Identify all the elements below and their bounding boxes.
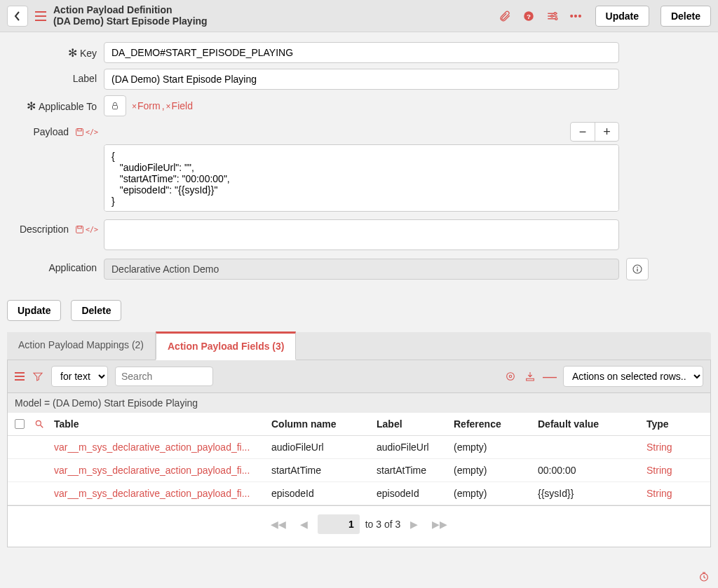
search-icon[interactable]: [34, 419, 54, 429]
header-reference[interactable]: Reference: [454, 418, 538, 430]
header-default-value[interactable]: Default value: [538, 418, 646, 430]
header-column-name[interactable]: Column name: [271, 418, 377, 430]
page-header: Action Payload Definition (DA Demo) Star…: [0, 0, 718, 32]
row-column-name: startAtTime: [271, 465, 377, 476]
svg-point-4: [555, 18, 557, 20]
application-input: [104, 259, 619, 280]
back-button[interactable]: [7, 6, 28, 27]
expand-button[interactable]: +: [595, 123, 618, 141]
application-label: Application: [49, 262, 97, 273]
record-type-title: Action Payload Definition: [53, 4, 492, 16]
help-icon[interactable]: ?: [522, 10, 535, 22]
row-table-link[interactable]: var__m_sys_declarative_action_payload_fi…: [54, 488, 264, 499]
row-type-link[interactable]: String: [646, 465, 672, 476]
row-type-link[interactable]: String: [646, 488, 672, 499]
table-row: var__m_sys_declarative_action_payload_fi…: [8, 436, 710, 459]
row-table-link[interactable]: var__m_sys_declarative_action_payload_fi…: [54, 442, 264, 453]
svg-rect-5: [113, 105, 118, 109]
list-menu-icon[interactable]: [15, 372, 25, 381]
model-breadcrumb: Model = (DA Demo) Start Episode Playing: [7, 393, 711, 413]
code-icon[interactable]: </>: [87, 224, 97, 234]
row-table-link[interactable]: var__m_sys_declarative_action_payload_fi…: [54, 465, 264, 476]
applicable-tag-form[interactable]: ×Form: [132, 100, 161, 111]
filter-icon[interactable]: [32, 370, 44, 383]
payload-label: Payload: [33, 126, 69, 137]
svg-text:?: ?: [527, 12, 531, 20]
table-row: var__m_sys_declarative_action_payload_fi…: [8, 459, 710, 482]
remove-icon[interactable]: —: [543, 370, 556, 383]
delete-button-lower[interactable]: Delete: [71, 300, 121, 321]
more-icon[interactable]: •••: [570, 10, 583, 22]
form-area: ✻Key Label ✻Applicable To ×Form , ×Field: [0, 32, 718, 293]
svg-point-15: [36, 421, 41, 425]
save-icon[interactable]: [74, 224, 84, 234]
row-reference: (empty): [454, 465, 538, 476]
required-icon: ✻: [27, 100, 36, 113]
row-column-name: audioFileUrl: [271, 442, 377, 453]
grid: Table Column name Label Reference Defaul…: [7, 413, 711, 506]
lock-button[interactable]: [104, 95, 126, 116]
table-row: var__m_sys_declarative_action_payload_fi…: [8, 482, 710, 505]
svg-point-2: [554, 12, 556, 14]
required-icon: ✻: [68, 46, 77, 60]
select-all-checkbox[interactable]: [15, 419, 25, 429]
page-number-input[interactable]: [318, 514, 360, 534]
row-type-link[interactable]: String: [646, 442, 672, 453]
applicable-to-label: Applicable To: [39, 101, 97, 112]
label-label: Label: [73, 73, 97, 84]
svg-point-3: [550, 15, 553, 17]
page-prev-button[interactable]: ◀: [296, 517, 312, 531]
page-next-button[interactable]: ▶: [406, 517, 422, 531]
row-reference: (empty): [454, 488, 538, 499]
svg-rect-9: [77, 226, 81, 228]
header-type[interactable]: Type: [646, 418, 703, 430]
row-label: episodeId: [377, 488, 454, 499]
page-first-button[interactable]: ◀◀: [266, 517, 290, 531]
code-icon[interactable]: </>: [87, 127, 97, 137]
row-label: startAtTime: [377, 465, 454, 476]
page-range: to 3 of 3: [365, 519, 401, 530]
settings-icon[interactable]: [546, 10, 559, 22]
record-name-title: (DA Demo) Start Episode Playing: [53, 15, 492, 27]
row-column-name: episodeId: [271, 488, 377, 499]
grid-toolbar: for text — Actions on selected rows...: [7, 360, 711, 393]
actions-select[interactable]: Actions on selected rows...: [563, 366, 703, 387]
tab-action-payload-mappings[interactable]: Action Payload Mappings (2): [7, 332, 156, 360]
lock-icon: [110, 101, 120, 111]
svg-point-14: [509, 375, 511, 377]
svg-line-16: [41, 425, 43, 428]
svg-point-11: [637, 267, 638, 268]
update-button[interactable]: Update: [595, 6, 649, 27]
key-label: Key: [80, 48, 97, 59]
attachment-icon[interactable]: [499, 10, 511, 22]
tab-action-payload-fields[interactable]: Action Payload Fields (3): [156, 331, 296, 360]
key-input[interactable]: [104, 42, 619, 63]
description-label: Description: [20, 224, 69, 235]
row-reference: (empty): [454, 442, 538, 453]
svg-rect-7: [77, 128, 81, 130]
grid-search-input[interactable]: [115, 367, 213, 386]
save-icon[interactable]: [74, 127, 84, 137]
menu-icon[interactable]: [35, 11, 46, 21]
timing-icon[interactable]: [698, 571, 710, 582]
svg-rect-6: [76, 128, 83, 135]
description-textarea[interactable]: [104, 219, 619, 250]
svg-point-13: [507, 373, 515, 381]
row-default: {{sysId}}: [538, 488, 646, 499]
svg-rect-12: [637, 268, 637, 271]
related-list-tabs: Action Payload Mappings (2) Action Paylo…: [7, 332, 711, 360]
applicable-tag-field[interactable]: ×Field: [166, 100, 193, 111]
personalize-icon[interactable]: [504, 370, 517, 383]
export-icon[interactable]: [524, 370, 536, 383]
application-info-button[interactable]: [626, 258, 649, 280]
svg-rect-8: [76, 226, 83, 233]
page-last-button[interactable]: ▶▶: [428, 517, 452, 531]
header-label[interactable]: Label: [377, 418, 454, 430]
collapse-button[interactable]: −: [571, 123, 595, 141]
search-mode-select[interactable]: for text: [51, 366, 108, 387]
payload-textarea[interactable]: { "audioFileUrl": "", "startAtTime": "00…: [104, 144, 619, 212]
delete-button[interactable]: Delete: [661, 6, 711, 27]
label-input[interactable]: [104, 69, 619, 90]
update-button-lower[interactable]: Update: [7, 300, 61, 321]
header-table[interactable]: Table: [54, 418, 271, 430]
